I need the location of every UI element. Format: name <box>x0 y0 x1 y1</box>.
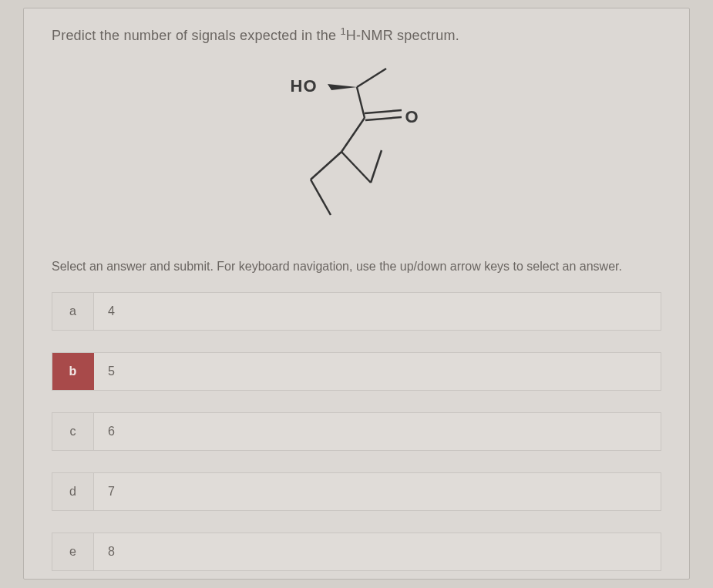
option-letter: e <box>52 533 94 570</box>
structure-container: HO O <box>52 67 661 229</box>
question-text: Predict the number of signals expected i… <box>52 25 661 44</box>
option-value: 7 <box>94 473 661 510</box>
option-b[interactable]: b5 <box>52 352 661 391</box>
option-letter: d <box>52 473 94 510</box>
svg-line-8 <box>311 152 341 180</box>
option-e[interactable]: e8 <box>52 533 661 571</box>
svg-line-3 <box>365 110 402 113</box>
svg-line-9 <box>311 180 331 215</box>
question-card: Predict the number of signals expected i… <box>23 8 690 580</box>
o-label: O <box>405 107 419 127</box>
option-d[interactable]: d7 <box>52 472 661 511</box>
option-letter: a <box>52 293 94 330</box>
option-a[interactable]: a4 <box>52 292 661 331</box>
option-letter: b <box>52 353 94 390</box>
molecule-svg <box>257 67 457 229</box>
molecule-structure: HO O <box>257 67 457 229</box>
svg-line-6 <box>341 152 371 183</box>
svg-line-2 <box>357 87 365 118</box>
ho-label: HO <box>291 76 318 96</box>
options-list: a4b5c6d7e8 <box>52 292 661 571</box>
option-value: 5 <box>94 353 661 390</box>
option-letter: c <box>52 413 94 450</box>
question-part-2: H-NMR spectrum. <box>346 28 459 43</box>
svg-marker-0 <box>328 84 357 90</box>
svg-line-7 <box>371 150 382 183</box>
svg-line-4 <box>365 117 402 120</box>
option-value: 6 <box>94 413 661 450</box>
option-c[interactable]: c6 <box>52 412 661 451</box>
svg-line-1 <box>357 69 386 87</box>
question-superscript: 1 <box>340 25 345 37</box>
instructions-text: Select an answer and submit. For keyboar… <box>52 260 661 274</box>
option-value: 8 <box>94 533 661 570</box>
option-value: 4 <box>94 293 661 330</box>
svg-line-5 <box>341 118 365 152</box>
question-part-1: Predict the number of signals expected i… <box>52 28 340 43</box>
